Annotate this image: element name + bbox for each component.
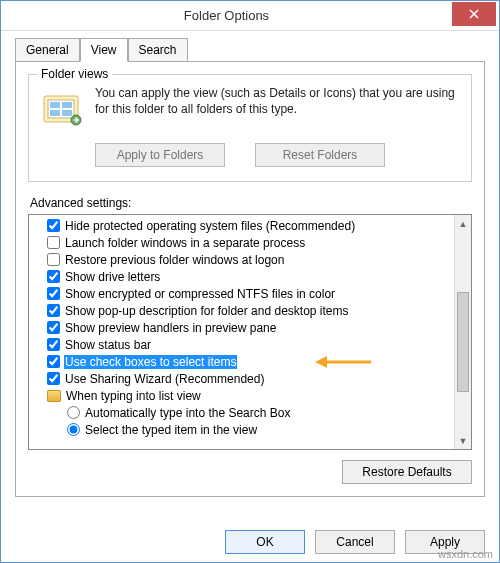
tree-item[interactable]: Launch folder windows in a separate proc… <box>33 234 453 251</box>
radio-input[interactable] <box>67 423 80 436</box>
tree-item-label: Show drive letters <box>64 270 161 284</box>
title-bar: Folder Options <box>1 1 499 31</box>
tree-item-label: Restore previous folder windows at logon <box>64 253 285 267</box>
svg-rect-4 <box>50 110 60 116</box>
tree-item-label: Show status bar <box>64 338 152 352</box>
window-title: Folder Options <box>1 8 452 23</box>
folder-views-text: You can apply the view (such as Details … <box>95 85 461 131</box>
checkbox-input[interactable] <box>47 304 60 317</box>
tree-item[interactable]: Show preview handlers in preview pane <box>33 319 453 336</box>
folder-icon <box>47 390 61 402</box>
scroll-thumb[interactable] <box>457 292 469 392</box>
svg-rect-3 <box>62 102 72 108</box>
tree-item-label: Use check boxes to select items <box>64 355 237 369</box>
scroll-up-icon[interactable]: ▲ <box>455 215 471 232</box>
tree-item[interactable]: Automatically type into the Search Box <box>33 404 453 421</box>
tree-item[interactable]: Hide protected operating system files (R… <box>33 217 453 234</box>
radio-input[interactable] <box>67 406 80 419</box>
dialog-content: General View Search Folder views <box>1 31 499 537</box>
close-button[interactable] <box>452 2 496 26</box>
folder-views-icon <box>39 85 85 131</box>
close-icon <box>469 9 479 19</box>
checkbox-input[interactable] <box>47 321 60 334</box>
checkbox-input[interactable] <box>47 338 60 351</box>
tree-item-label: Launch folder windows in a separate proc… <box>64 236 306 250</box>
advanced-settings-label: Advanced settings: <box>30 196 472 210</box>
ok-button[interactable]: OK <box>225 530 305 554</box>
tab-search[interactable]: Search <box>128 38 188 62</box>
tree-item-label: Hide protected operating system files (R… <box>64 219 356 233</box>
svg-marker-8 <box>315 356 327 368</box>
tab-view[interactable]: View <box>80 38 128 62</box>
checkbox-input[interactable] <box>47 372 60 385</box>
svg-rect-5 <box>62 110 72 116</box>
scrollbar[interactable]: ▲ ▼ <box>454 215 471 449</box>
checkbox-input[interactable] <box>47 253 60 266</box>
tree-item-label: Show preview handlers in preview pane <box>64 321 277 335</box>
tab-body-view: Folder views <box>15 61 485 497</box>
tab-strip: General View Search <box>15 37 485 61</box>
tree-item-label: Show pop-up description for folder and d… <box>64 304 350 318</box>
tab-general[interactable]: General <box>15 38 80 62</box>
tree-item[interactable]: When typing into list view <box>33 387 453 404</box>
tree-item[interactable]: Use Sharing Wizard (Recommended) <box>33 370 453 387</box>
restore-defaults-button[interactable]: Restore Defaults <box>342 460 472 484</box>
folder-views-group: Folder views <box>28 74 472 182</box>
cancel-button[interactable]: Cancel <box>315 530 395 554</box>
apply-to-folders-button[interactable]: Apply to Folders <box>95 143 225 167</box>
tree-item-label: Use Sharing Wizard (Recommended) <box>64 372 265 386</box>
tree-item[interactable]: Show pop-up description for folder and d… <box>33 302 453 319</box>
tree-item[interactable]: Show status bar <box>33 336 453 353</box>
tree-item[interactable]: Show encrypted or compressed NTFS files … <box>33 285 453 302</box>
checkbox-input[interactable] <box>47 219 60 232</box>
tree-item-label: Select the typed item in the view <box>84 423 258 437</box>
reset-folders-button[interactable]: Reset Folders <box>255 143 385 167</box>
scroll-down-icon[interactable]: ▼ <box>455 432 471 449</box>
checkbox-input[interactable] <box>47 287 60 300</box>
folder-options-dialog: Folder Options General View Search Folde… <box>0 0 500 563</box>
tree-item-label: When typing into list view <box>65 389 202 403</box>
tree-item-label: Automatically type into the Search Box <box>84 406 291 420</box>
checkbox-input[interactable] <box>47 270 60 283</box>
tree-item[interactable]: Show drive letters <box>33 268 453 285</box>
checkbox-input[interactable] <box>47 236 60 249</box>
tree-item-label: Show encrypted or compressed NTFS files … <box>64 287 336 301</box>
advanced-settings-tree: Hide protected operating system files (R… <box>28 214 472 450</box>
checkbox-input[interactable] <box>47 355 60 368</box>
tree-item[interactable]: Use check boxes to select items <box>33 353 453 370</box>
watermark: wsxdn.com <box>438 548 493 560</box>
tree-item[interactable]: Restore previous folder windows at logon <box>33 251 453 268</box>
tree-item[interactable]: Select the typed item in the view <box>33 421 453 438</box>
folder-views-legend: Folder views <box>37 67 112 81</box>
svg-rect-2 <box>50 102 60 108</box>
